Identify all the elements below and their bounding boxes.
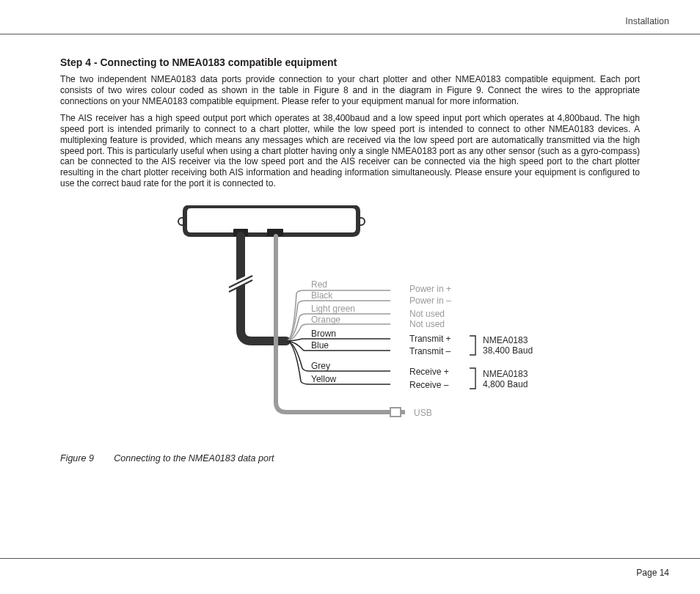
label-signal-grey: Receive + <box>409 367 449 377</box>
label-color-lightgreen: Light green <box>311 304 355 314</box>
svg-rect-8 <box>401 410 405 414</box>
wire-yellow <box>286 341 390 384</box>
figure-caption: Figure 9 Connecting to the NMEA0183 data… <box>60 453 640 463</box>
bottom-rule <box>0 558 700 559</box>
device-outline <box>178 207 365 236</box>
label-group-hi-l2: 38,400 Baud <box>483 345 533 356</box>
label-signal-blue: Transmit – <box>409 346 451 356</box>
wire-blue <box>286 341 390 351</box>
label-signal-black: Power in – <box>409 296 451 306</box>
figure-caption-text: Connecting to the NMEA0183 data port <box>114 453 274 463</box>
label-group-lo-l2: 4,800 Baud <box>483 379 528 389</box>
bracket-hi-speed <box>470 336 475 355</box>
label-color-brown: Brown <box>311 329 336 339</box>
label-color-grey: Grey <box>311 361 330 371</box>
bracket-lo-speed <box>470 368 475 389</box>
label-color-yellow: Yellow <box>311 374 337 384</box>
paragraph-2: The AIS receiver has a high speed output… <box>60 113 640 188</box>
usb-cable <box>276 236 405 417</box>
label-color-black: Black <box>311 290 333 301</box>
label-color-blue: Blue <box>311 340 329 351</box>
label-signal-red: Power in + <box>409 284 451 294</box>
label-group-hi-l1: NMEA0183 <box>483 335 528 345</box>
paragraph-1: The two independent NMEA0183 data ports … <box>60 74 640 106</box>
label-signal-yellow: Receive – <box>409 380 449 390</box>
header-section: Installation <box>31 16 669 26</box>
wire-grey <box>286 341 390 371</box>
wiring-diagram: Red Power in + Black Power in – Light gr… <box>170 205 581 440</box>
label-usb: USB <box>414 408 432 418</box>
label-color-red: Red <box>311 279 327 290</box>
wire-brown <box>286 339 390 341</box>
figure-number: Figure 9 <box>60 453 94 463</box>
top-rule <box>0 34 700 34</box>
step-heading: Step 4 - Connecting to NMEA0183 compatib… <box>60 56 640 68</box>
label-signal-lightgreen: Not used <box>409 309 445 319</box>
page-number: Page 14 <box>636 568 669 578</box>
label-group-lo-l1: NMEA0183 <box>483 369 528 379</box>
label-signal-orange: Not used <box>409 319 445 329</box>
svg-rect-7 <box>390 408 401 417</box>
label-signal-brown: Transmit + <box>409 334 451 344</box>
label-color-orange: Orange <box>311 315 340 325</box>
